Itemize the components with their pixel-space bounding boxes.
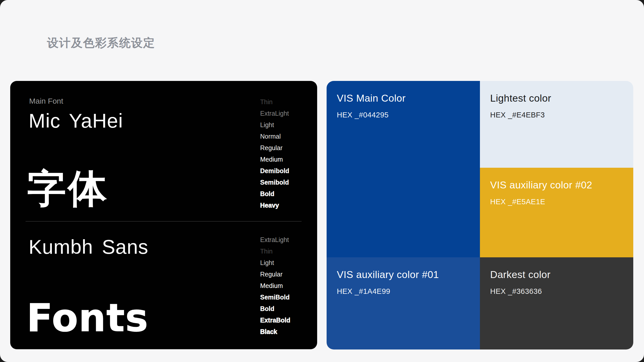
- color-name: Darkest color: [490, 269, 623, 281]
- weight-item-light: Light: [260, 257, 316, 269]
- weight-item-black: Black: [260, 326, 316, 337]
- weight-item-bold: Bold: [260, 188, 316, 200]
- font-name-mic-yahei: Mic YaHei: [29, 110, 123, 132]
- weight-item-regular: Regular: [260, 269, 316, 280]
- main-font-label: Main Font: [29, 97, 63, 105]
- design-system-page: 设计及色彩系统设定 Main Font Mic YaHei 字体 Thin Ex…: [0, 0, 644, 362]
- weight-item-semibold: SemiBold: [260, 292, 316, 303]
- weight-item-extralight: ExtraLight: [260, 234, 316, 246]
- font-specimen-card: Main Font Mic YaHei 字体 Thin ExtraLight L…: [10, 81, 317, 349]
- weight-item-demibold: Demibold: [260, 165, 316, 177]
- page-title: 设计及色彩系统设定: [47, 35, 155, 51]
- color-hex-value: HEX _#044295: [337, 111, 470, 119]
- weight-item-thin: Thin: [260, 246, 316, 257]
- weight-item-extrabold: ExtraBold: [260, 315, 316, 326]
- divider: [26, 221, 302, 222]
- color-card-darkest: Darkest color HEX _#363636: [480, 257, 633, 349]
- weight-item-extralight: ExtraLight: [260, 108, 316, 119]
- weight-item-medium: Medium: [260, 154, 316, 165]
- weight-list-kumbh-sans: ExtraLight Thin Light Regular Medium Sem…: [260, 234, 316, 337]
- color-hex-value: HEX _#E4EBF3: [490, 111, 623, 119]
- color-card-vis-main: VIS Main Color HEX _#044295: [327, 81, 480, 257]
- color-card-auxiliary-01: VIS auxiliary color #01 HEX _#1A4E99: [327, 257, 480, 349]
- weight-item-semibold: Semibold: [260, 177, 316, 188]
- font-sample-cjk: 字体: [27, 167, 109, 210]
- weight-item-thin: Thin: [260, 96, 316, 108]
- font-sample-latin: Fonts: [27, 297, 148, 339]
- color-name: VIS auxiliary color #01: [337, 269, 470, 281]
- weight-item-heavy: Heavy: [260, 200, 316, 211]
- weight-item-normal: Normal: [260, 131, 316, 142]
- color-name: VIS Main Color: [337, 92, 470, 105]
- weight-list-mic-yahei: Thin ExtraLight Light Normal Regular Med…: [260, 96, 316, 211]
- weight-item-light: Light: [260, 119, 316, 131]
- color-name: Lightest color: [490, 92, 623, 105]
- font-name-kumbh-sans: Kumbh Sans: [29, 236, 148, 259]
- color-hex-value: HEX _#363636: [490, 287, 623, 296]
- weight-item-regular: Regular: [260, 142, 316, 154]
- weight-item-medium: Medium: [260, 280, 316, 292]
- color-hex-value: HEX _#E5AE1E: [490, 198, 623, 206]
- color-card-auxiliary-02: VIS auxiliary color #02 HEX _#E5AE1E: [480, 168, 633, 257]
- color-hex-value: HEX _#1A4E99: [337, 287, 470, 296]
- weight-item-bold: Bold: [260, 303, 316, 315]
- color-palette-grid: VIS Main Color HEX _#044295 Lightest col…: [327, 81, 633, 349]
- color-name: VIS auxiliary color #02: [490, 179, 623, 191]
- color-card-lightest: Lightest color HEX _#E4EBF3: [480, 81, 633, 168]
